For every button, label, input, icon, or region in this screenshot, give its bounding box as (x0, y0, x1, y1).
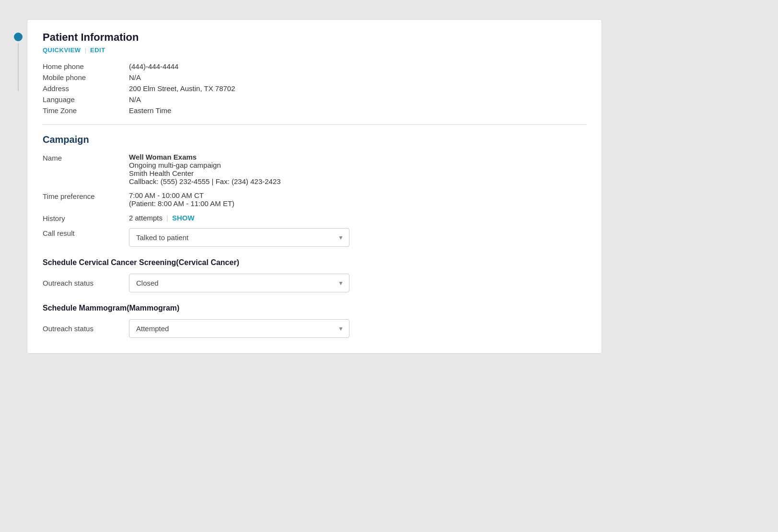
action-links: QUICKVIEW | EDIT (43, 46, 586, 54)
history-value: 2 attempts (129, 214, 163, 222)
history-block: 2 attempts | SHOW (129, 213, 586, 222)
edit-link[interactable]: EDIT (90, 46, 105, 54)
cervical-cancer-section: Schedule Cervical Cancer Screening(Cervi… (43, 258, 586, 292)
language-value: N/A (129, 95, 586, 104)
cervical-outreach-dropdown-wrapper: Closed Open Attempted Completed ▼ (129, 274, 349, 292)
quickview-link[interactable]: QUICKVIEW (43, 46, 81, 54)
campaign-name-sub2: Smith Health Center (129, 169, 586, 177)
main-card: Patient Information QUICKVIEW | EDIT Hom… (27, 19, 602, 354)
page-title: Patient Information (43, 31, 586, 44)
campaign-title: Campaign (43, 134, 586, 145)
address-label: Address (43, 84, 129, 93)
cervical-outreach-row: Outreach status Closed Open Attempted Co… (43, 274, 586, 292)
vertical-line (18, 43, 19, 91)
history-divider: | (166, 214, 168, 222)
call-result-dropdown-wrapper: Talked to patient Left voicemail No answ… (129, 228, 349, 247)
patient-info-grid: Home phone (444)-444-4444 Mobile phone N… (43, 62, 586, 115)
home-phone-value: (444)-444-4444 (129, 62, 586, 70)
left-indicator (10, 19, 27, 91)
page-wrapper: Patient Information QUICKVIEW | EDIT Hom… (10, 10, 768, 532)
time-pref-label: Time preference (43, 191, 129, 208)
timezone-label: Time Zone (43, 106, 129, 115)
campaign-name-sub1: Ongoing multi-gap campaign (129, 161, 586, 169)
link-divider: | (85, 46, 86, 54)
time-pref-value: 7:00 AM - 10:00 AM CT (129, 191, 586, 199)
campaign-name-block: Well Woman Exams Ongoing multi-gap campa… (129, 153, 586, 185)
mammogram-outreach-dropdown-wrapper: Attempted Open Closed Completed ▼ (129, 319, 349, 338)
mobile-phone-value: N/A (129, 73, 586, 81)
address-value: 200 Elm Street, Austin, TX 78702 (129, 84, 586, 93)
cervical-title-text: Schedule Cervical Cancer Screening (43, 258, 176, 266)
mammogram-section: Schedule Mammogram(Mammogram) Outreach s… (43, 304, 586, 338)
time-pref-block: 7:00 AM - 10:00 AM CT (Patient: 8:00 AM … (129, 191, 586, 208)
language-label: Language (43, 95, 129, 104)
cervical-section-title: Schedule Cervical Cancer Screening(Cervi… (43, 258, 586, 267)
time-pref-patient: (Patient: 8:00 AM - 11:00 AM ET) (129, 199, 586, 208)
mammogram-outreach-select[interactable]: Attempted Open Closed Completed (129, 319, 349, 338)
mammogram-subtitle-text: (Mammogram) (127, 304, 179, 312)
cervical-outreach-label: Outreach status (43, 279, 129, 287)
mammogram-outreach-label: Outreach status (43, 324, 129, 333)
dot-indicator (14, 33, 23, 41)
campaign-grid: Name Well Woman Exams Ongoing multi-gap … (43, 153, 586, 247)
campaign-name-sub3: Callback: (555) 232-4555 | Fax: (234) 42… (129, 177, 586, 185)
show-link[interactable]: SHOW (172, 214, 195, 222)
cervical-subtitle-text: (Cervical Cancer) (176, 258, 239, 266)
card-header: Patient Information QUICKVIEW | EDIT (43, 31, 586, 54)
timezone-value: Eastern Time (129, 106, 586, 115)
call-result-label: Call result (43, 228, 129, 247)
call-result-select[interactable]: Talked to patient Left voicemail No answ… (129, 228, 349, 247)
mammogram-outreach-row: Outreach status Attempted Open Closed Co… (43, 319, 586, 338)
home-phone-label: Home phone (43, 62, 129, 70)
mammogram-title-text: Schedule Mammogram (43, 304, 127, 312)
campaign-name-label: Name (43, 153, 129, 185)
history-label: History (43, 213, 129, 222)
section-divider (43, 124, 586, 125)
campaign-name-bold: Well Woman Exams (129, 153, 586, 161)
mobile-phone-label: Mobile phone (43, 73, 129, 81)
mammogram-section-title: Schedule Mammogram(Mammogram) (43, 304, 586, 312)
cervical-outreach-select[interactable]: Closed Open Attempted Completed (129, 274, 349, 292)
